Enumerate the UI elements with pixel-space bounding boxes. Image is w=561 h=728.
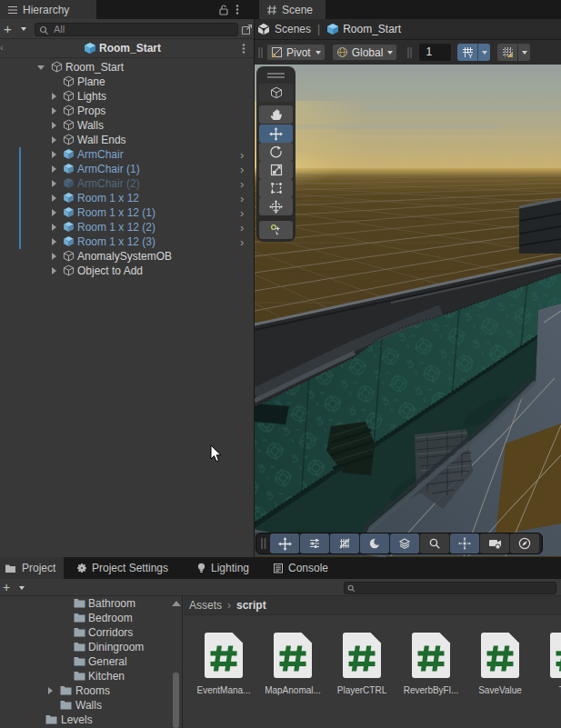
svg-text:Y: Y	[468, 53, 473, 59]
